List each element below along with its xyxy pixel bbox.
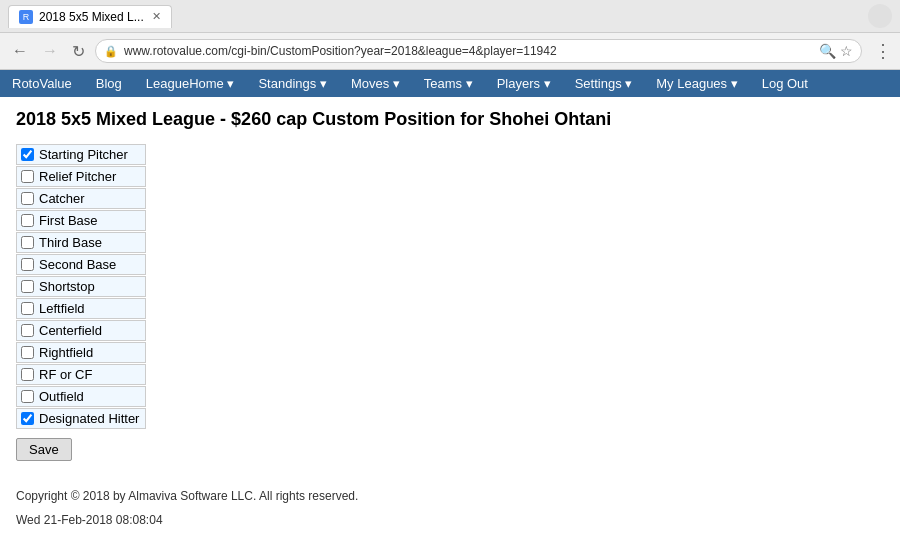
position-label: Outfield: [39, 389, 84, 404]
nav-item-teams[interactable]: Teams ▾: [412, 70, 485, 97]
position-label: Designated Hitter: [39, 411, 139, 426]
browser-menu-button[interactable]: ⋮: [874, 40, 892, 62]
back-button[interactable]: ←: [8, 40, 32, 62]
browser-controls: ← → ↻ 🔒 www.rotovalue.com/cgi-bin/Custom…: [0, 33, 900, 69]
secure-icon: 🔒: [104, 45, 118, 58]
url-text: www.rotovalue.com/cgi-bin/CustomPosition…: [124, 44, 819, 58]
nav-item-settings[interactable]: Settings ▾: [563, 70, 645, 97]
position-label: Third Base: [39, 235, 102, 250]
timestamp-text: Wed 21-Feb-2018 08:08:04: [16, 513, 884, 527]
checkbox-item[interactable]: Rightfield: [16, 342, 146, 363]
nav-item-moves[interactable]: Moves ▾: [339, 70, 412, 97]
nav-bar: RotoValueBlogLeagueHome ▾Standings ▾Move…: [0, 70, 900, 97]
nav-item-leaguehome[interactable]: LeagueHome ▾: [134, 70, 247, 97]
copyright-text: Copyright © 2018 by Almaviva Software LL…: [16, 489, 884, 503]
checkbox-item[interactable]: Outfield: [16, 386, 146, 407]
position-label: Relief Pitcher: [39, 169, 116, 184]
browser-title-bar: R 2018 5x5 Mixed L... ✕: [0, 0, 900, 33]
position-label: RF or CF: [39, 367, 92, 382]
browser-user-button[interactable]: [868, 4, 892, 28]
position-checkbox[interactable]: [21, 236, 34, 249]
checkbox-item[interactable]: Centerfield: [16, 320, 146, 341]
address-bar[interactable]: 🔒 www.rotovalue.com/cgi-bin/CustomPositi…: [95, 39, 862, 63]
position-checkbox[interactable]: [21, 170, 34, 183]
nav-item-rotovalue[interactable]: RotoValue: [0, 70, 84, 97]
checkbox-item[interactable]: Catcher: [16, 188, 146, 209]
position-label: Rightfield: [39, 345, 93, 360]
nav-item-blog[interactable]: Blog: [84, 70, 134, 97]
checkbox-item[interactable]: Designated Hitter: [16, 408, 146, 429]
address-actions: 🔍 ☆: [819, 43, 853, 59]
tab-close-button[interactable]: ✕: [152, 10, 161, 23]
position-checkbox[interactable]: [21, 412, 34, 425]
position-label: First Base: [39, 213, 98, 228]
browser-tab[interactable]: R 2018 5x5 Mixed L... ✕: [8, 5, 172, 28]
footer: Copyright © 2018 by Almaviva Software LL…: [0, 489, 900, 527]
position-label: Leftfield: [39, 301, 85, 316]
tab-favicon: R: [19, 10, 33, 24]
browser-chrome: R 2018 5x5 Mixed L... ✕ ← → ↻ 🔒 www.roto…: [0, 0, 900, 70]
position-checkbox[interactable]: [21, 192, 34, 205]
position-checkbox[interactable]: [21, 258, 34, 271]
tab-title: 2018 5x5 Mixed L...: [39, 10, 144, 24]
position-label: Starting Pitcher: [39, 147, 128, 162]
search-button[interactable]: 🔍: [819, 43, 836, 59]
position-checkbox[interactable]: [21, 368, 34, 381]
checkbox-item[interactable]: Relief Pitcher: [16, 166, 146, 187]
position-checkbox[interactable]: [21, 302, 34, 315]
checkbox-item[interactable]: Shortstop: [16, 276, 146, 297]
nav-item-my-leagues[interactable]: My Leagues ▾: [644, 70, 749, 97]
bookmark-button[interactable]: ☆: [840, 43, 853, 59]
position-label: Centerfield: [39, 323, 102, 338]
nav-item-players[interactable]: Players ▾: [485, 70, 563, 97]
position-label: Second Base: [39, 257, 116, 272]
nav-item-log-out[interactable]: Log Out: [750, 70, 820, 97]
nav-item-standings[interactable]: Standings ▾: [246, 70, 338, 97]
page-title: 2018 5x5 Mixed League - $260 cap Custom …: [16, 109, 884, 130]
save-button[interactable]: Save: [16, 438, 72, 461]
position-checkbox[interactable]: [21, 148, 34, 161]
checkbox-item[interactable]: Second Base: [16, 254, 146, 275]
position-label: Catcher: [39, 191, 85, 206]
position-checkbox[interactable]: [21, 280, 34, 293]
checkbox-item[interactable]: Starting Pitcher: [16, 144, 146, 165]
main-content: 2018 5x5 Mixed League - $260 cap Custom …: [0, 97, 900, 473]
checkbox-item[interactable]: Third Base: [16, 232, 146, 253]
position-checkbox[interactable]: [21, 214, 34, 227]
position-checkbox[interactable]: [21, 346, 34, 359]
position-checkbox[interactable]: [21, 324, 34, 337]
position-label: Shortstop: [39, 279, 95, 294]
reload-button[interactable]: ↻: [68, 40, 89, 63]
checkbox-item[interactable]: First Base: [16, 210, 146, 231]
position-checkbox[interactable]: [21, 390, 34, 403]
checkbox-item[interactable]: RF or CF: [16, 364, 146, 385]
positions-list: Starting PitcherRelief PitcherCatcherFir…: [16, 144, 884, 430]
checkbox-item[interactable]: Leftfield: [16, 298, 146, 319]
forward-button[interactable]: →: [38, 40, 62, 62]
